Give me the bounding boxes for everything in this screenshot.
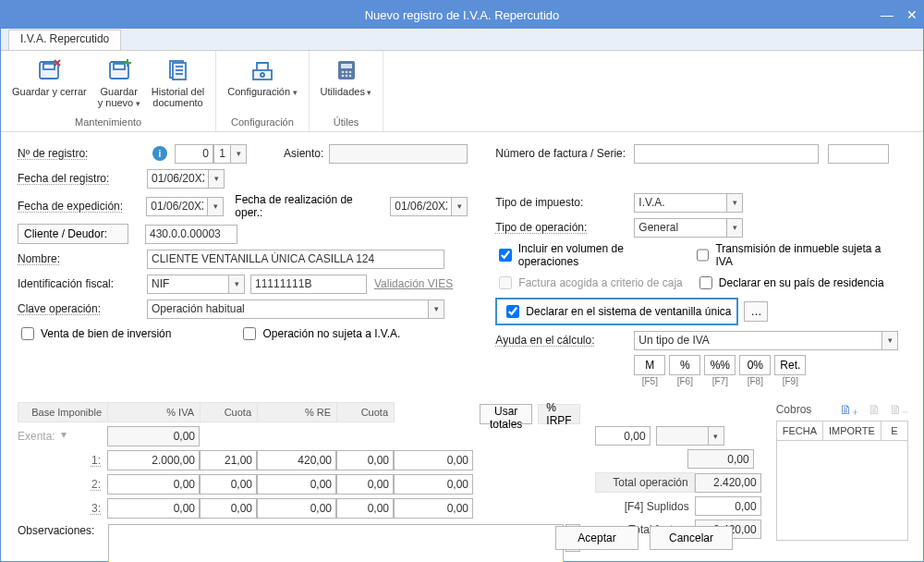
fecha-expedicion-input[interactable]: [146, 197, 207, 216]
row-1-cuotar[interactable]: [394, 450, 473, 470]
row-3-iva[interactable]: [200, 498, 257, 519]
dropdown-icon[interactable]: ▾: [708, 426, 724, 446]
suplidos-label: [F4] Suplidos: [595, 500, 695, 513]
nregistro-label: Nº de registro:: [18, 147, 147, 160]
chk-transmision-inmueble[interactable]: Transmisión de inmueble sujeta a IVA: [693, 242, 894, 268]
svg-point-17: [341, 71, 344, 74]
close-icon[interactable]: ✕: [906, 7, 918, 22]
dropdown-icon[interactable]: ▾: [228, 275, 245, 294]
row-2-re[interactable]: [336, 474, 394, 495]
calc-pctpct-button[interactable]: %%: [704, 355, 736, 375]
fecha-operacion-input[interactable]: [390, 197, 451, 216]
row-3-cuota[interactable]: [257, 498, 336, 519]
document-history-button[interactable]: Historial deldocumento: [146, 55, 210, 110]
calendar-icon[interactable]: ▾: [208, 169, 225, 189]
tipo-impuesto-label: Tipo de impuesto:: [495, 196, 634, 209]
svg-rect-9: [173, 63, 186, 79]
save-close-label: Guardar y cerrar: [12, 86, 87, 97]
row-2-iva[interactable]: [200, 474, 257, 495]
configuration-button[interactable]: Configuración: [222, 55, 302, 100]
irpf-pct-input[interactable]: [595, 426, 650, 446]
cancel-button[interactable]: Cancelar: [650, 526, 733, 550]
minimize-icon[interactable]: —: [881, 7, 894, 22]
save-new-button[interactable]: Guardary nuevo: [92, 55, 146, 111]
titlebar: Nuevo registro de I.V.A. Repercutido — ✕: [1, 1, 923, 29]
tipo-impuesto-input[interactable]: [634, 193, 726, 213]
exenta-dropdown-icon[interactable]: ▾: [61, 428, 67, 445]
id-fiscal-input[interactable]: [250, 275, 367, 294]
calc-pct-button[interactable]: %: [669, 355, 700, 375]
utilities-label: Utilidades: [321, 86, 372, 98]
fecha-registro-input[interactable]: [147, 169, 208, 189]
grid-header-irpf: % IRPF: [538, 404, 579, 424]
calc-m-button[interactable]: M: [634, 355, 665, 375]
row-3-base[interactable]: [107, 498, 200, 519]
dropdown-icon[interactable]: ▾: [230, 144, 247, 164]
row-3-cuotar[interactable]: [394, 498, 473, 519]
calendar-icon[interactable]: ▾: [451, 197, 468, 216]
calc-0pct-button[interactable]: 0%: [739, 355, 771, 375]
chk-declarar-pais[interactable]: Declarar en su país de residencia: [696, 274, 884, 292]
clave-operacion-input[interactable]: [147, 299, 428, 319]
dropdown-icon[interactable]: ▾: [726, 193, 743, 213]
info-icon[interactable]: i: [152, 146, 167, 161]
nregistro-serie-input[interactable]: [213, 144, 230, 164]
cliente-input[interactable]: [145, 225, 237, 244]
num-factura-input[interactable]: [634, 144, 819, 164]
row-1-re[interactable]: [336, 450, 394, 470]
ventanilla-details-button[interactable]: …: [744, 301, 768, 322]
dropdown-icon[interactable]: ▾: [726, 218, 743, 238]
chk-ventanilla-unica[interactable]: Declarar en el sistema de ventanilla úni…: [503, 302, 731, 321]
row-1-label: 1:: [18, 450, 108, 470]
cobros-add-icon[interactable]: 🗎₊: [839, 402, 858, 417]
svg-point-20: [341, 75, 344, 78]
calendar-icon[interactable]: ▾: [207, 197, 224, 216]
id-fiscal-tipo-input[interactable]: [147, 275, 228, 294]
svg-point-18: [345, 71, 347, 74]
validacion-vies-link[interactable]: Validación VIES: [374, 277, 453, 290]
row-1-cuota[interactable]: [257, 450, 336, 470]
cobros-delete-icon[interactable]: 🗎₋: [889, 402, 908, 417]
chk-incluir-volumen[interactable]: Incluir en volumen de operaciones: [495, 242, 680, 268]
dropdown-icon[interactable]: ▾: [428, 299, 444, 319]
utilities-button[interactable]: Utilidades: [315, 55, 378, 100]
nombre-input[interactable]: [147, 250, 444, 269]
svg-point-21: [345, 75, 347, 78]
accept-button[interactable]: Aceptar: [555, 526, 638, 550]
cliente-button[interactable]: Cliente / Deudor:: [18, 224, 128, 244]
nombre-label: Nombre:: [18, 252, 147, 265]
ribbon-group-configuracion: Configuración: [231, 116, 294, 131]
calc-ret-button[interactable]: Ret.: [774, 355, 806, 375]
svg-rect-13: [253, 70, 272, 79]
ayuda-calculo-input[interactable]: [634, 331, 881, 350]
usar-totales-button[interactable]: Usar totales: [480, 404, 532, 424]
tipo-operacion-input[interactable]: [634, 218, 726, 238]
tab-iva-repercutido[interactable]: I.V.A. Repercutido: [8, 30, 121, 50]
nregistro-input[interactable]: [175, 144, 213, 164]
row-2-cuotar[interactable]: [394, 474, 473, 495]
svg-rect-16: [341, 64, 352, 68]
num-factura-label: Número de factura / Serie:: [495, 147, 634, 160]
tabstrip: I.V.A. Repercutido: [1, 29, 923, 51]
chk-op-no-sujeta[interactable]: Operación no sujeta a I.V.A.: [239, 324, 400, 343]
cobros-edit-icon[interactable]: 🗎: [868, 402, 881, 417]
row-1-base[interactable]: [107, 450, 200, 470]
chk-criterio-caja: Factura acogida a criterio de caja: [495, 274, 682, 292]
row-1-iva[interactable]: [200, 450, 257, 470]
row-2-base[interactable]: [107, 474, 200, 495]
suplidos-value[interactable]: [695, 496, 761, 516]
row-3-re[interactable]: [336, 498, 394, 519]
row-2-cuota[interactable]: [257, 474, 336, 495]
fecha-registro-label: Fecha del registro:: [18, 172, 147, 185]
document-history-label: Historial deldocumento: [152, 86, 204, 108]
save-close-button[interactable]: Guardar y cerrar: [6, 55, 92, 99]
ventanilla-highlight: Declarar en el sistema de ventanilla úni…: [495, 298, 738, 325]
cobros-header-fecha: FECHA: [777, 422, 823, 440]
row-3-label: 3:: [18, 498, 108, 519]
chk-venta-inversion[interactable]: Venta de bien de inversión: [18, 324, 171, 343]
total-operacion-value: [695, 473, 761, 493]
grid-header-cuota1: Cuota: [200, 402, 258, 422]
irpf-combo: [656, 426, 708, 446]
serie-input[interactable]: [828, 144, 889, 164]
dropdown-icon[interactable]: ▾: [881, 331, 898, 350]
